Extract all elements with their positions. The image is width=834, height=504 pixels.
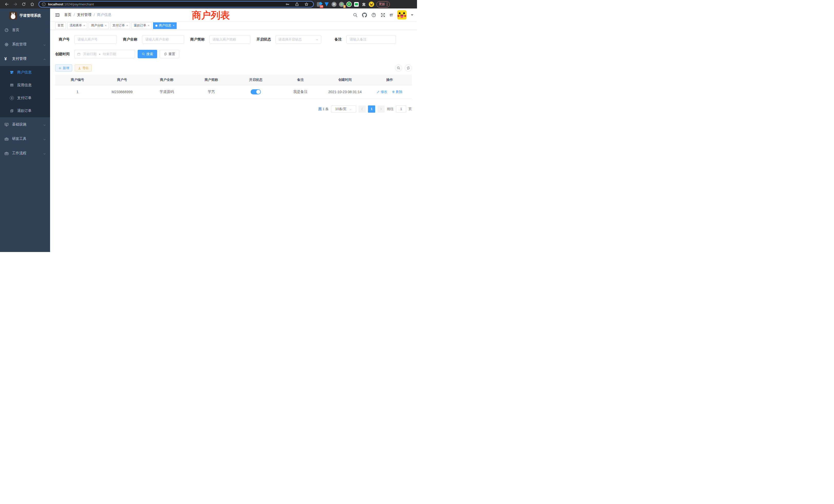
start-date-placeholder: 开始日期	[83, 52, 96, 56]
tab-merchant-info[interactable]: 商户信息×	[153, 22, 177, 29]
export-button[interactable]: 导出	[75, 64, 92, 72]
gear-icon	[4, 42, 9, 47]
page-size-select[interactable]: 10条/页	[331, 106, 356, 113]
sidebar-item-workflow[interactable]: 工作流程	[0, 146, 50, 160]
sidebar-item-refund-order[interactable]: 退款订单	[0, 105, 50, 117]
extension-command-icon[interactable]: ⌘	[331, 2, 337, 7]
sidebar-item-infra[interactable]: 基础设施	[0, 117, 50, 132]
cell-merchant-no: M233666999	[100, 85, 145, 98]
extension-chat-icon[interactable]	[354, 2, 359, 7]
sidebar-item-home[interactable]: 首页	[0, 23, 50, 37]
address-bar[interactable]: localhost:1024/pay/merchant	[39, 1, 314, 7]
filter-row-2: 创建时间 开始日期 - 结束日期 搜索 重置	[55, 50, 412, 58]
tab-refund-order[interactable]: 退款订单×	[131, 22, 152, 29]
share-icon[interactable]	[295, 2, 299, 6]
col-actions: 操作	[367, 75, 412, 85]
delete-link[interactable]: 删除	[392, 90, 402, 94]
prev-page-button[interactable]	[358, 106, 366, 113]
extension-status-icon[interactable]: 1	[339, 2, 344, 7]
tab-process-form[interactable]: 流程表单×	[67, 22, 87, 29]
status-select[interactable]: 请选择开启状态	[276, 35, 321, 44]
col-status: 开启状态	[234, 75, 278, 85]
edit-link[interactable]: 修改	[377, 90, 387, 94]
back-icon[interactable]	[5, 2, 9, 6]
page-1-button[interactable]: 1	[368, 106, 375, 113]
github-icon[interactable]	[362, 13, 367, 18]
pagination: 共 1 条 10条/页 1 前往 页	[55, 106, 412, 113]
next-page-button[interactable]	[377, 106, 385, 113]
extension-gem-icon[interactable]	[324, 2, 329, 7]
password-key-icon[interactable]	[285, 2, 290, 6]
reset-button[interactable]: 重置	[160, 50, 179, 58]
extension-emoji-icon[interactable]	[369, 2, 374, 7]
avatar-caret-icon[interactable]	[411, 14, 413, 17]
add-button[interactable]: 新增	[55, 64, 72, 72]
refresh-table-button[interactable]	[405, 64, 412, 72]
sidebar-item-pay-order[interactable]: ¥ 支付订单	[0, 92, 50, 105]
close-icon[interactable]: ×	[105, 24, 106, 27]
hamburger-icon[interactable]	[55, 13, 60, 18]
cell-full-name: 芋道源码	[144, 85, 189, 98]
extensions-puzzle-icon[interactable]	[361, 2, 367, 7]
search-icon[interactable]	[353, 13, 358, 18]
tab-pay-order[interactable]: 支付订单×	[110, 22, 130, 29]
breadcrumb-pay[interactable]: 支付管理	[77, 13, 91, 17]
remark-input[interactable]	[346, 35, 396, 44]
bookmark-star-icon[interactable]	[304, 2, 309, 6]
font-size-icon[interactable]: tT	[390, 13, 393, 17]
navbar: 首页 / 支付管理 / 商户信息 tT	[50, 8, 417, 21]
app-shell: 芋道管理系统 首页 系统管理 ¥ 支付管理	[0, 8, 417, 252]
browser-update-button[interactable]: 更新	[376, 1, 390, 7]
forward-icon[interactable]	[13, 2, 18, 6]
toggle-search-button[interactable]	[395, 64, 402, 72]
full-name-input[interactable]	[142, 35, 184, 44]
cell-merchant-id: 1	[55, 85, 100, 98]
search-button[interactable]: 搜索	[138, 50, 157, 58]
cell-create-time: 2021-10-23 08:31:14	[323, 85, 368, 98]
help-icon[interactable]	[371, 13, 376, 18]
sidebar-item-pay[interactable]: ¥ 支付管理	[0, 51, 50, 66]
browser-menu-icon[interactable]	[387, 3, 388, 6]
short-name-input[interactable]	[209, 35, 250, 44]
trash-icon	[392, 90, 395, 93]
chevron-left-icon	[360, 108, 364, 111]
avatar[interactable]	[397, 10, 407, 20]
cell-status	[234, 85, 278, 98]
tags-view: 首页 流程表单× 用户分组× 支付订单× 退款订单× 商户信息×	[50, 21, 417, 30]
create-time-range-picker[interactable]: 开始日期 - 结束日期	[74, 50, 135, 58]
sidebar-item-app-info[interactable]: 应用信息	[0, 79, 50, 92]
url-host: localhost	[48, 2, 63, 6]
page-content: 商户号 商户全称 商户简称 开启状态 请选择开启状态	[50, 30, 417, 252]
extension-userscript-icon[interactable]: 10	[316, 2, 322, 7]
goto-page-input[interactable]	[396, 106, 406, 113]
sidebar-item-merchant-info[interactable]: 商户信息	[0, 66, 50, 79]
close-icon[interactable]: ×	[84, 24, 85, 27]
app-title: 芋道管理系统	[20, 13, 41, 18]
table-header-row: 商户编号 商户号 商户全称 商户简称 开启状态 备注 创建时间 操作	[55, 75, 412, 85]
close-icon[interactable]: ×	[173, 24, 174, 27]
fullscreen-icon[interactable]	[380, 13, 386, 18]
sidebar-logo[interactable]: 芋道管理系统	[0, 8, 50, 23]
extension-badge: 10	[320, 5, 323, 8]
breadcrumb: 首页 / 支付管理 / 商户信息	[64, 13, 111, 17]
merchant-no-label: 商户号	[55, 37, 70, 42]
close-icon[interactable]: ×	[126, 24, 128, 27]
breadcrumb-home[interactable]: 首页	[64, 13, 71, 17]
toolbox-icon	[4, 137, 9, 141]
breadcrumb-current: 商户信息	[97, 13, 111, 17]
sidebar-item-devtools[interactable]: 研发工具	[0, 132, 50, 146]
home-icon[interactable]	[30, 2, 35, 6]
active-dot-icon	[155, 25, 157, 27]
extensions-row: 10 ⌘ 1 Y	[316, 2, 374, 7]
merchant-no-input[interactable]	[74, 35, 117, 44]
tab-user-group[interactable]: 用户分组×	[89, 22, 109, 29]
close-icon[interactable]: ×	[148, 24, 149, 27]
cell-actions: 修改 删除	[367, 85, 412, 98]
tab-home[interactable]: 首页	[55, 22, 66, 29]
yen-circle-icon: ¥	[10, 96, 14, 100]
reload-icon[interactable]	[22, 2, 26, 6]
sidebar-item-system[interactable]: 系统管理	[0, 37, 50, 51]
status-toggle[interactable]	[250, 89, 261, 94]
extension-y-icon[interactable]: Y	[346, 2, 352, 7]
site-info-icon[interactable]	[42, 2, 46, 6]
